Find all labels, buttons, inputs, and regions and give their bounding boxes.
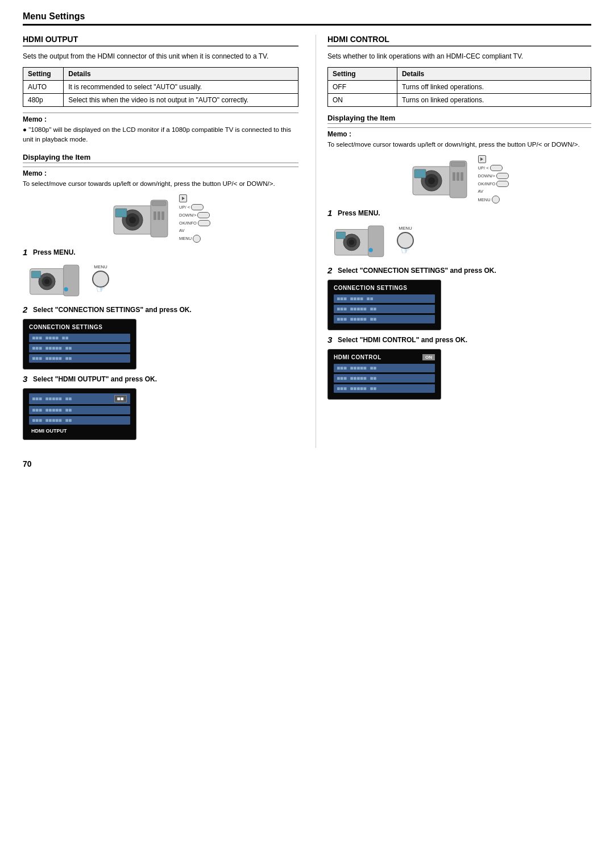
svg-rect-6: [152, 201, 166, 206]
step-1-left: 1 Press MENU.: [23, 247, 298, 257]
av-label-r: AV: [478, 189, 483, 194]
step-2-text-r: Select "CONNECTION SETTINGS" and press O…: [338, 265, 496, 275]
svg-point-21: [428, 177, 435, 184]
menu-item-3-right: ■■■ ■■■■■ ■■: [334, 315, 435, 323]
play-button-shape-r: [478, 155, 486, 163]
camera-svg-right: [410, 155, 472, 203]
step-2-right: 2 Select "CONNECTION SETTINGS" and press…: [327, 265, 591, 275]
ok-button-shape: [198, 220, 210, 226]
up-label: UP/ <: [179, 205, 190, 210]
right-column: HDMI CONTROL Sets whether to link operat…: [316, 35, 591, 448]
svg-point-33: [369, 248, 373, 252]
step-1-text-r: Press MENU.: [338, 208, 380, 217]
page-header: Menu Settings: [23, 11, 591, 26]
svg-rect-32: [336, 232, 345, 239]
hdmi-output-row-2: ■■■ ■■■■■ ■■: [29, 406, 130, 414]
svg-point-4: [129, 217, 136, 223]
displaying-item-left: Displaying the Item Memo : To select/mov…: [23, 153, 298, 440]
menu-item-1-right: ■■■ ■■■■ ■■: [334, 294, 435, 303]
connection-settings-title-right: CONNECTION SETTINGS: [334, 285, 435, 291]
memo-text: "1080p" will be displayed on the LCD mon…: [23, 125, 298, 145]
step-2-left: 2 Select "CONNECTION SETTINGS" and press…: [23, 305, 298, 314]
memo-block-1: Memo : "1080p" will be displayed on the …: [23, 113, 298, 145]
down-label: DOWN/>: [179, 213, 196, 218]
ok-btn-row: OK/INFO: [179, 220, 210, 226]
up-button-shape: [191, 204, 204, 210]
hdmi-output-screen-label: HDMI OUTPUT: [29, 427, 130, 435]
step-3-num: 3: [23, 374, 31, 384]
step-1-text: Press MENU.: [33, 247, 76, 256]
down-btn-row: DOWN/>: [179, 212, 210, 218]
av-btn-row: AV: [179, 228, 184, 233]
table-col-details-r: Details: [397, 68, 591, 81]
svg-rect-11: [64, 265, 79, 296]
table-cell-details: Select this when the video is not output…: [64, 94, 298, 107]
camera-svg-left: [111, 194, 173, 243]
menu-btn-row-r: MENU: [478, 196, 500, 203]
svg-rect-23: [451, 162, 465, 167]
table-row: 480p Select this when the video is not o…: [23, 94, 298, 107]
ok-label: OK/INFO: [179, 221, 197, 226]
menu-btn-row: MENU: [179, 235, 201, 243]
svg-point-31: [349, 240, 354, 245]
hdmi-control-desc: Sets whether to link operations with an …: [327, 51, 591, 61]
step-1-right: 1 Press MENU.: [327, 208, 591, 218]
hdmi-control-title-row: HDMI CONTROL ON: [334, 354, 435, 360]
camera-illustration-right: UP/ < DOWN/> OK/INFO AV: [327, 155, 591, 203]
connection-settings-title-left: CONNECTION SETTINGS: [29, 324, 130, 330]
table-col-setting-r: Setting: [328, 68, 397, 81]
displaying-item-heading-right: Displaying the Item: [327, 114, 591, 124]
page-title: Menu Settings: [23, 11, 85, 22]
memo-label-right: Memo :: [327, 130, 591, 138]
menu-text-label-right: MENU: [399, 226, 412, 231]
finger-cursor-right: ☞: [401, 244, 410, 257]
av-label: AV: [179, 228, 184, 233]
table-col-setting: Setting: [23, 68, 64, 81]
svg-rect-28: [368, 226, 384, 257]
table-cell-off-detail: Turns off linked operations.: [397, 81, 591, 94]
svg-rect-9: [161, 211, 164, 220]
hdmi-control-title-text: HDMI CONTROL: [334, 354, 381, 360]
menu-label-r: MENU: [478, 197, 491, 202]
hdmi-output-table: Setting Details AUTO It is recommended t…: [23, 67, 298, 107]
step-2-text: Select "CONNECTION SETTINGS" and press O…: [33, 305, 192, 314]
av-btn-row-r: AV: [478, 189, 483, 194]
menu-item-2-right: ■■■ ■■■■■ ■■: [334, 305, 435, 313]
menu-item-3-left: ■■■ ■■■■■ ■■: [29, 354, 130, 363]
table-cell-on-detail: Turns on linked operations.: [397, 94, 591, 107]
up-label-r: UP/ <: [478, 165, 489, 171]
button-panel-right: UP/ < DOWN/> OK/INFO AV: [478, 155, 509, 203]
svg-rect-8: [157, 211, 160, 220]
step-3-left: 3 Select "HDMI OUTPUT" and press OK.: [23, 374, 298, 384]
svg-rect-24: [453, 172, 455, 181]
play-btn-row-r: [478, 155, 486, 163]
ok-btn-row-r: OK/INFO: [478, 181, 509, 187]
hdmi-control-table: Setting Details OFF Turns off linked ope…: [327, 67, 591, 107]
play-btn-row: [179, 194, 187, 202]
table-cell-setting: AUTO: [23, 81, 64, 94]
menu-item-2-left: ■■■ ■■■■■ ■■: [29, 344, 130, 352]
up-btn-row: UP/ <: [179, 204, 204, 210]
svg-rect-7: [154, 211, 156, 220]
menu-item-1-left: ■■■ ■■■■ ■■: [29, 334, 130, 342]
connection-settings-screen-right: CONNECTION SETTINGS ■■■ ■■■■ ■■ ■■■ ■■■■…: [327, 280, 441, 330]
table-cell-setting: 480p: [23, 94, 64, 107]
memo-block-2: Memo : To select/move cursor towards up/…: [23, 167, 298, 189]
hdmi-control-on-badge: ON: [422, 354, 435, 360]
finger-cursor-left: ☞: [96, 283, 105, 296]
menu-text-label-left: MENU: [94, 264, 107, 269]
camera-menu-svg-right: [332, 221, 389, 261]
step-3-right: 3 Select "HDMI CONTROL" and press OK.: [327, 335, 591, 344]
button-panel-left: UP/ < DOWN/> OK/INFO AV: [179, 194, 210, 243]
svg-rect-26: [460, 172, 463, 181]
left-column: HDMI OUTPUT Sets the output from the HDM…: [23, 35, 298, 448]
menu-button-shape: [193, 235, 201, 243]
step-1-num-r: 1: [327, 208, 335, 218]
down-btn-row-r: DOWN/>: [478, 173, 509, 179]
menu-label: MENU: [179, 236, 192, 241]
down-button-shape: [197, 212, 210, 218]
svg-rect-25: [457, 172, 459, 181]
hdmi-output-item-val: ■■■ ■■■■■ ■■ ■■: [29, 393, 130, 404]
down-button-shape-r: [496, 173, 509, 179]
svg-point-14: [44, 279, 49, 284]
